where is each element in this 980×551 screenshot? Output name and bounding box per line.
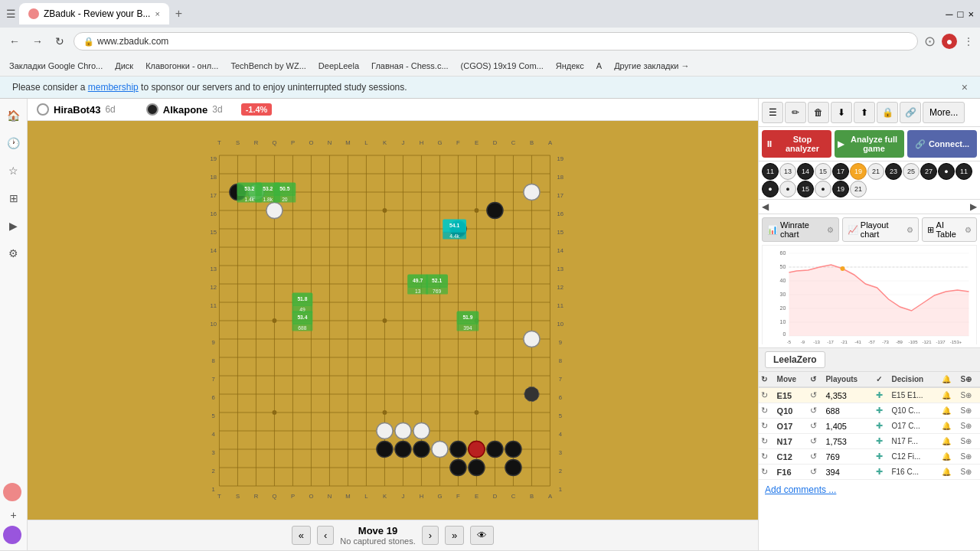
col-playouts-header[interactable]: Playouts bbox=[823, 372, 873, 387]
extensions-icon[interactable]: ● bbox=[942, 34, 957, 49]
bookmark-7[interactable]: Яндекс bbox=[553, 60, 587, 72]
col-check-header[interactable]: ✓ bbox=[874, 372, 890, 387]
playout-tab-settings-icon[interactable]: ⚙ bbox=[906, 226, 913, 234]
row-s[interactable]: S⊕ bbox=[959, 434, 980, 449]
playout-chart-tab[interactable]: 📈 Playout chart ⚙ bbox=[842, 217, 919, 242]
table-row[interactable]: ↻ Q10 ↺ 688 ✚ Q10 C... 🔔 S⊕ bbox=[759, 403, 980, 419]
bookmark-8[interactable]: А bbox=[593, 60, 605, 72]
row-bell[interactable]: 🔔 bbox=[939, 434, 959, 449]
moves-next-icon[interactable]: ▶ bbox=[970, 201, 977, 212]
sidebar-bookmark-icon[interactable]: ☆ bbox=[3, 160, 24, 181]
next-move-button[interactable]: › bbox=[422, 526, 439, 545]
tool-list-button[interactable]: ☰ bbox=[762, 102, 783, 123]
row-refresh[interactable]: ↻ bbox=[759, 419, 775, 434]
bookmark-2[interactable]: Клавогонки - онл... bbox=[142, 60, 221, 72]
row-bell[interactable]: 🔔 bbox=[939, 387, 959, 403]
tab-close-button[interactable]: × bbox=[155, 9, 159, 18]
table-row[interactable]: ↻ O17 ↺ 1,405 ✚ O17 C... 🔔 S⊕ bbox=[759, 419, 980, 434]
bookmark-0[interactable]: Закладки Google Chro... bbox=[6, 60, 106, 72]
col-refresh-header[interactable]: ↻ bbox=[759, 372, 775, 387]
row-refresh[interactable]: ↻ bbox=[759, 465, 775, 480]
move-badge[interactable]: 13 bbox=[779, 163, 796, 180]
bookmark-3[interactable]: TechBench by WZ... bbox=[227, 60, 309, 72]
go-board[interactable]: T S R Q P O N M L K J H G F E D C B A bbox=[209, 137, 577, 504]
connect-button[interactable]: 🔗 Connect... bbox=[907, 130, 977, 158]
move-badge[interactable]: 23 bbox=[885, 163, 902, 180]
row-refresh[interactable]: ↻ bbox=[759, 434, 775, 449]
col-decision-header[interactable]: Decision bbox=[889, 372, 939, 387]
row-refresh[interactable]: ↻ bbox=[759, 387, 775, 403]
moves-prev-icon[interactable]: ◀ bbox=[762, 201, 769, 212]
sidebar-profile-icon[interactable] bbox=[3, 526, 21, 544]
membership-link[interactable]: membership bbox=[88, 82, 139, 93]
row-refresh[interactable]: ↻ bbox=[759, 449, 775, 465]
winrate-tab-settings-icon[interactable]: ⚙ bbox=[827, 226, 834, 234]
prev-move-button[interactable]: ‹ bbox=[317, 526, 334, 545]
col-move-header[interactable]: Move bbox=[775, 372, 808, 387]
row-bell[interactable]: 🔔 bbox=[939, 403, 959, 419]
ai-table-settings-icon[interactable]: ⚙ bbox=[965, 226, 972, 234]
row-recycle[interactable]: ↺ bbox=[808, 403, 824, 419]
sidebar-avatar[interactable] bbox=[3, 483, 21, 501]
table-row[interactable]: ↻ E15 ↺ 4,353 ✚ E15 E1... 🔔 S⊕ bbox=[759, 387, 980, 403]
ai-table-tab[interactable]: ⊞ AI Table ⚙ bbox=[922, 217, 977, 242]
browser-menu-icon[interactable]: ☰ bbox=[6, 8, 16, 20]
tool-link-button[interactable]: 🔗 bbox=[900, 102, 921, 123]
move-badge[interactable]: ● bbox=[779, 181, 796, 197]
tool-delete-button[interactable]: 🗑 bbox=[808, 102, 829, 123]
move-badge[interactable]: 11 bbox=[762, 163, 779, 180]
address-bar[interactable]: 🔒 www.zbaduk.com bbox=[74, 32, 918, 51]
col-bell-header[interactable]: 🔔 bbox=[939, 372, 959, 387]
row-bell[interactable]: 🔔 bbox=[939, 419, 959, 434]
move-badge[interactable]: 25 bbox=[903, 163, 920, 180]
row-recycle[interactable]: ↺ bbox=[808, 434, 824, 449]
move-badge[interactable]: ● bbox=[815, 181, 831, 197]
move-badge[interactable]: 14 bbox=[797, 163, 814, 180]
add-comments-button[interactable]: Add comments ... bbox=[759, 480, 980, 500]
row-recycle[interactable]: ↺ bbox=[808, 419, 824, 434]
profile-icon[interactable]: ⊙ bbox=[924, 33, 936, 50]
new-tab-button[interactable]: + bbox=[169, 7, 188, 21]
row-s[interactable]: S⊕ bbox=[959, 387, 980, 403]
move-badge[interactable]: 19 bbox=[832, 181, 849, 197]
bookmark-5[interactable]: Главная - Chess.c... bbox=[368, 60, 452, 72]
move-badge[interactable]: 11 bbox=[956, 163, 972, 180]
row-bell[interactable]: 🔔 bbox=[939, 449, 959, 465]
col-s-header[interactable]: S⊕ bbox=[959, 372, 980, 387]
last-move-button[interactable]: » bbox=[445, 526, 464, 545]
bookmark-9[interactable]: Другие закладки → bbox=[611, 60, 692, 72]
sidebar-history-icon[interactable]: 🕐 bbox=[3, 132, 24, 154]
move-badge[interactable]: 19 bbox=[850, 163, 867, 180]
table-row[interactable]: ↻ N17 ↺ 1,753 ✚ N17 F... 🔔 S⊕ bbox=[759, 434, 980, 449]
table-row[interactable]: ↻ C12 ↺ 769 ✚ C12 Fi... 🔔 S⊕ bbox=[759, 449, 980, 465]
sidebar-home-icon[interactable]: 🏠 bbox=[3, 105, 24, 126]
sidebar-add-icon[interactable]: + bbox=[3, 504, 24, 526]
sidebar-play-icon[interactable]: ▶ bbox=[3, 215, 24, 236]
move-badge[interactable]: 21 bbox=[867, 163, 884, 180]
analyze-game-button[interactable]: ▶ Analyze full game bbox=[835, 130, 904, 158]
close-button[interactable]: × bbox=[968, 8, 974, 20]
winrate-chart-tab[interactable]: 📊 Winrate chart ⚙ bbox=[762, 217, 839, 242]
row-s[interactable]: S⊕ bbox=[959, 449, 980, 465]
tool-edit-button[interactable]: ✏ bbox=[785, 102, 806, 123]
eye-button[interactable]: 👁 bbox=[470, 526, 494, 545]
stop-analyzer-button[interactable]: ⏸ Stop analyzer bbox=[762, 130, 831, 158]
move-badge[interactable]: 21 bbox=[850, 181, 867, 197]
table-row[interactable]: ↻ F16 ↺ 394 ✚ F16 C... 🔔 S⊕ bbox=[759, 465, 980, 480]
forward-button[interactable]: → bbox=[29, 32, 46, 51]
row-bell[interactable]: 🔔 bbox=[939, 465, 959, 480]
first-move-button[interactable]: « bbox=[292, 526, 311, 545]
active-tab[interactable]: ZBaduk - Review your B... × bbox=[19, 3, 169, 24]
tool-more-button[interactable]: More... bbox=[923, 102, 965, 123]
move-badge[interactable]: 17 bbox=[832, 163, 849, 180]
tool-lock-button[interactable]: 🔒 bbox=[877, 102, 898, 123]
maximize-button[interactable]: □ bbox=[958, 8, 964, 20]
col-recycle-header[interactable]: ↺ bbox=[808, 372, 824, 387]
bookmark-4[interactable]: DeepLeela bbox=[315, 60, 362, 72]
row-recycle[interactable]: ↺ bbox=[808, 449, 824, 465]
row-s[interactable]: S⊕ bbox=[959, 403, 980, 419]
row-recycle[interactable]: ↺ bbox=[808, 387, 824, 403]
tool-upload-button[interactable]: ⬆ bbox=[854, 102, 875, 123]
sidebar-settings-icon[interactable]: ⚙ bbox=[3, 243, 24, 264]
move-badge[interactable]: 27 bbox=[920, 163, 937, 180]
